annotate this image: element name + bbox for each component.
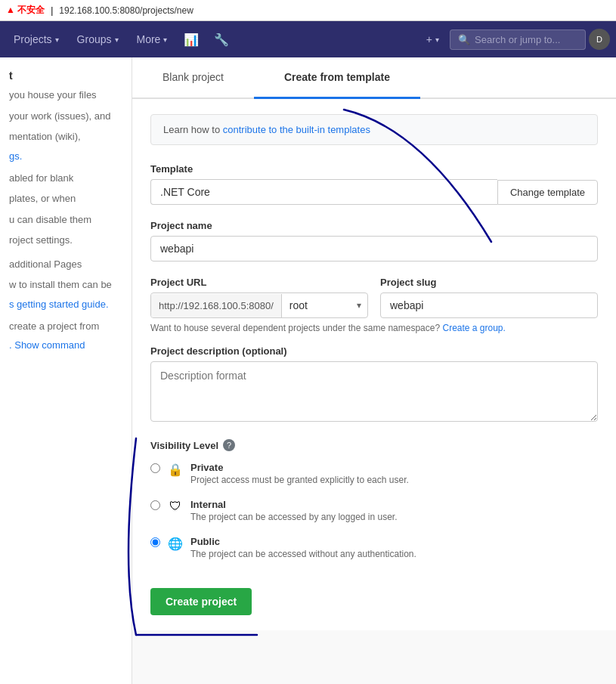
visibility-public-radio[interactable] [150, 537, 160, 547]
visibility-private-option: 🔒 Private Project access must be granted… [150, 460, 598, 487]
wrench-icon-btn[interactable]: 🔧 [208, 28, 235, 51]
shield-icon: 🛡 [168, 499, 183, 514]
sidebar-title: t [9, 70, 122, 82]
nav-projects[interactable]: Projects ▾ [6, 29, 67, 50]
url-input-row: http://192.168.100.5:8080/ root ▾ [150, 292, 368, 318]
globe-icon: 🌐 [168, 536, 183, 551]
user-avatar[interactable]: D [589, 29, 610, 50]
description-label: Project description (optional) [150, 345, 598, 357]
visibility-internal-radio[interactable] [150, 500, 160, 510]
tabs-bar: Blank project Create from template [132, 57, 616, 99]
visibility-label: Visibility Level [150, 440, 218, 451]
chevron-down-icon: ▾ [351, 294, 367, 317]
contribute-link[interactable]: contribute to the built-in templates [223, 124, 370, 135]
separator: | [51, 5, 53, 16]
helper-text: Want to house several dependent projects… [150, 323, 598, 333]
nav-more[interactable]: More ▾ [129, 29, 175, 50]
search-box[interactable]: 🔍 [450, 29, 586, 50]
layout: t you house your files your work (issues… [0, 57, 616, 684]
description-textarea[interactable] [150, 361, 598, 422]
visibility-header: Visibility Level ? [150, 439, 598, 451]
form-content: Learn how to contribute to the built-in … [132, 99, 616, 630]
template-label: Template [150, 163, 598, 175]
sidebar-text3: mentation (wiki), [9, 129, 122, 144]
new-project-btn[interactable]: + ▾ [419, 29, 447, 50]
namespace-select[interactable]: root [282, 293, 351, 317]
template-row: Change template [150, 179, 598, 205]
main-content: Blank project Create from template Learn… [132, 57, 616, 684]
change-template-button[interactable]: Change template [497, 180, 598, 205]
template-section: Template Change template [150, 163, 598, 205]
project-name-label: Project name [150, 220, 598, 231]
sidebar-link1[interactable]: gs. [9, 150, 22, 162]
search-input[interactable] [475, 34, 573, 45]
visibility-internal-option: 🛡 Internal The project can be accessed b… [150, 497, 598, 524]
template-input[interactable] [150, 179, 497, 205]
lock-icon: 🔒 [168, 462, 183, 477]
sidebar-text10: create a project from [9, 319, 122, 334]
sidebar-cmd-link[interactable]: . Show command [9, 339, 85, 351]
url-display: 192.168.100.5:8080/projects/new [59, 5, 193, 16]
visibility-private-content: Private Project access must be granted e… [190, 462, 409, 485]
sidebar-text4: abled for blank [9, 171, 122, 186]
url-prefix: http://192.168.100.5:8080/ [151, 294, 282, 317]
visibility-internal-desc: The project can be accessed by any logge… [190, 512, 398, 522]
chevron-down-icon: ▾ [163, 36, 167, 44]
sidebar-text9: w to install them can be [9, 277, 122, 292]
sidebar-text8: additional Pages [9, 257, 122, 272]
chart-icon-btn[interactable]: 📊 [178, 28, 205, 51]
visibility-private-title: Private [190, 462, 409, 473]
sidebar-text5: plates, or when [9, 191, 122, 206]
tab-blank-project[interactable]: Blank project [132, 57, 254, 99]
project-slug-section: Project slug [380, 277, 598, 318]
visibility-internal-content: Internal The project can be accessed by … [190, 499, 398, 522]
description-section: Project description (optional) [150, 345, 598, 424]
nav-groups[interactable]: Groups ▾ [70, 29, 126, 50]
visibility-public-option: 🌐 Public The project can be accessed wit… [150, 534, 598, 561]
project-name-section: Project name [150, 220, 598, 262]
project-name-input[interactable] [150, 236, 598, 262]
sidebar-link2[interactable]: s getting started guide. [9, 299, 109, 310]
top-nav: Projects ▾ Groups ▾ More ▾ 📊 🔧 + ▾ 🔍 D [0, 21, 616, 57]
project-url-section: Project URL http://192.168.100.5:8080/ r… [150, 277, 368, 318]
address-bar: ▲ 不安全 | 192.168.100.5:8080/projects/new [0, 0, 616, 21]
visibility-public-content: Public The project can be accessed witho… [190, 536, 416, 559]
tab-other[interactable] [420, 57, 481, 99]
project-url-label: Project URL [150, 277, 368, 288]
sidebar-text7: roject settings. [9, 233, 122, 248]
sidebar-text2: your work (issues), and [9, 109, 122, 124]
project-slug-input[interactable] [380, 292, 598, 318]
page-wrapper: ▲ 不安全 | 192.168.100.5:8080/projects/new … [0, 0, 616, 684]
url-slug-row: Project URL http://192.168.100.5:8080/ r… [150, 277, 598, 318]
chevron-down-icon: ▾ [435, 36, 439, 44]
search-icon: 🔍 [458, 34, 470, 45]
chevron-down-icon: ▾ [55, 36, 59, 44]
help-icon[interactable]: ? [223, 439, 235, 451]
create-group-link[interactable]: Create a group. [442, 323, 505, 333]
visibility-public-desc: The project can be accessed without any … [190, 549, 416, 559]
chevron-down-icon: ▾ [115, 36, 119, 44]
security-warning: ▲ 不安全 [6, 4, 45, 17]
visibility-internal-title: Internal [190, 499, 398, 510]
visibility-private-desc: Project access must be granted explicitl… [190, 475, 409, 485]
sidebar-text6: u can disable them [9, 212, 122, 227]
sidebar-text1: you house your files [9, 88, 122, 103]
sidebar: t you house your files your work (issues… [0, 57, 132, 684]
visibility-section: Visibility Level ? 🔒 Private Project acc… [150, 439, 598, 561]
visibility-public-title: Public [190, 536, 416, 547]
info-banner: Learn how to contribute to the built-in … [150, 114, 598, 145]
visibility-private-radio[interactable] [150, 463, 160, 473]
tab-create-from-template[interactable]: Create from template [254, 57, 420, 99]
create-project-button[interactable]: Create project [150, 588, 252, 615]
project-slug-label: Project slug [380, 277, 598, 288]
